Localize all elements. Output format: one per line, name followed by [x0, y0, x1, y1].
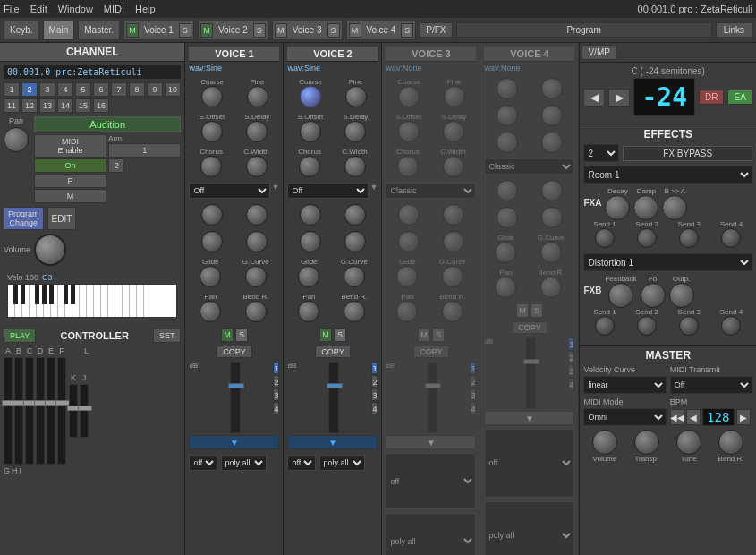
voice1-poly-dropdown[interactable]: poly all: [221, 455, 267, 471]
voice1-env-knob2[interactable]: [246, 204, 268, 226]
midi-enable-btn[interactable]: MIDIEnable: [34, 134, 106, 158]
fxa-send4-knob[interactable]: [721, 228, 741, 248]
voice2-num-4[interactable]: 4: [371, 402, 378, 414]
voice4-k2[interactable]: [541, 105, 563, 126]
set-button[interactable]: SET: [153, 329, 182, 343]
program-change-btn[interactable]: ProgramChange: [4, 207, 44, 230]
voice4-fine-knob[interactable]: [541, 78, 563, 99]
chan-12[interactable]: 12: [21, 98, 38, 113]
master-bendr-knob[interactable]: [718, 430, 743, 455]
voice2-poly-dropdown[interactable]: poly all: [319, 455, 365, 471]
voice2-env-knob2[interactable]: [344, 204, 366, 226]
voice3-filter-dropdown[interactable]: Classic: [386, 183, 476, 199]
voice4-coarse-knob[interactable]: [497, 78, 518, 99]
chan-4[interactable]: 4: [57, 82, 73, 97]
voice4-k8[interactable]: [541, 207, 563, 228]
voice1-gcurve-knob[interactable]: [245, 266, 267, 287]
voice3-num-3[interactable]: 3: [470, 388, 476, 401]
fader-e-track[interactable]: [47, 357, 55, 465]
voice3-k2[interactable]: [443, 204, 464, 226]
ea-button[interactable]: EA: [727, 90, 752, 105]
voice3-copy-button[interactable]: COPY: [413, 346, 449, 358]
voice1-num-1[interactable]: 1: [273, 362, 279, 374]
chan-10[interactable]: 10: [165, 82, 181, 97]
program-button[interactable]: Program: [456, 22, 712, 38]
fxa-damp-knob[interactable]: [633, 195, 658, 220]
chan-7[interactable]: 7: [111, 82, 127, 97]
fxa-send1-knob[interactable]: [595, 228, 615, 248]
voice1-num-2[interactable]: 2: [273, 375, 279, 388]
bpm-right-btn[interactable]: ▶: [736, 409, 751, 425]
chan-11[interactable]: 11: [4, 98, 20, 113]
chan-3[interactable]: 3: [39, 82, 55, 97]
voice3-k3[interactable]: [398, 231, 420, 252]
voice2-chorus-knob[interactable]: [299, 156, 320, 177]
voice3-m-ctrl-btn[interactable]: M: [418, 328, 430, 342]
voice3-off-dropdown[interactable]: off: [386, 453, 476, 509]
bpm-left-btn[interactable]: ◀: [686, 409, 701, 425]
on-btn[interactable]: On: [34, 158, 106, 173]
voice3-num-4[interactable]: 4: [470, 402, 476, 414]
voice1-num-4[interactable]: 4: [273, 402, 279, 414]
p-btn[interactable]: P: [34, 174, 106, 188]
fxb-k2-knob[interactable]: [641, 283, 666, 308]
voice4-k5[interactable]: [497, 180, 518, 201]
fxb-send1-knob[interactable]: [595, 316, 615, 336]
voice4-glide-knob[interactable]: [495, 242, 516, 263]
fxa-send2-knob[interactable]: [637, 228, 657, 248]
voice1-num-3[interactable]: 3: [273, 388, 279, 401]
voice1-env-knob3[interactable]: [201, 231, 223, 252]
fxa-decay-knob[interactable]: [605, 195, 630, 220]
voice3-m-btn[interactable]: M: [275, 23, 287, 38]
voice4-k6[interactable]: [541, 180, 563, 201]
voice3-s-ctrl-btn[interactable]: S: [432, 328, 445, 342]
voice4-k1[interactable]: [497, 105, 518, 126]
fxb-send2-knob[interactable]: [637, 316, 657, 336]
voice1-fader-track[interactable]: [230, 362, 241, 433]
voice1-soffset-knob[interactable]: [201, 121, 223, 142]
menu-file[interactable]: File: [4, 4, 20, 14]
voice4-k7[interactable]: [497, 207, 518, 228]
fader-c-track[interactable]: [25, 357, 34, 465]
chan-1[interactable]: 1: [4, 82, 20, 97]
voice1-pan-knob[interactable]: [200, 301, 221, 322]
voice3-bendr-knob[interactable]: [442, 301, 463, 322]
voice2-m-btn[interactable]: M: [200, 23, 213, 38]
voice2-num-1[interactable]: 1: [371, 362, 378, 374]
dr-button[interactable]: DR: [699, 90, 724, 105]
fx-room-dropdown[interactable]: Room 1: [583, 166, 752, 184]
m-chan-btn[interactable]: M: [34, 189, 106, 203]
voice4-off-dropdown[interactable]: off: [484, 429, 574, 498]
volume-knob[interactable]: [34, 234, 66, 266]
voice1-s-btn[interactable]: S: [179, 23, 191, 38]
piano-keyboard[interactable]: [7, 284, 177, 318]
voice2-env-knob3[interactable]: [300, 231, 321, 252]
voice3-k4[interactable]: [443, 231, 464, 252]
voice4-fader-track[interactable]: [525, 337, 536, 409]
voice1-env-knob1[interactable]: [201, 204, 223, 226]
voice1-filter1-dropdown[interactable]: Off: [189, 183, 269, 199]
play-button[interactable]: PLAY: [4, 329, 36, 343]
voice4-arrow-btn[interactable]: ▼: [484, 411, 574, 425]
voice4-num-3[interactable]: 3: [568, 364, 574, 377]
voice1-off-dropdown[interactable]: off: [189, 455, 217, 471]
arm-num-2[interactable]: 2: [108, 158, 124, 173]
voice2-pan-knob[interactable]: [298, 301, 319, 322]
chan-6[interactable]: 6: [93, 82, 109, 97]
fader-b-track[interactable]: [14, 357, 23, 465]
links-button[interactable]: Links: [716, 22, 752, 38]
voice1-sdelay-knob[interactable]: [246, 121, 268, 142]
chan-5[interactable]: 5: [75, 82, 91, 97]
voice3-fader-track[interactable]: [427, 362, 437, 433]
voice3-soffset-knob[interactable]: [398, 121, 420, 142]
voice1-copy-button[interactable]: COPY: [217, 346, 252, 358]
voice4-num-2[interactable]: 2: [568, 351, 574, 363]
fx-num-select[interactable]: 2: [583, 144, 619, 162]
voice4-m-btn[interactable]: M: [349, 23, 361, 38]
voice3-gcurve-knob[interactable]: [442, 266, 463, 287]
fxb-send4-knob[interactable]: [721, 316, 741, 336]
voice3-sdelay-knob[interactable]: [443, 121, 464, 142]
fxa-send3-knob[interactable]: [679, 228, 699, 248]
voice3-k1[interactable]: [398, 204, 420, 226]
voice1-glide-knob[interactable]: [200, 266, 221, 287]
